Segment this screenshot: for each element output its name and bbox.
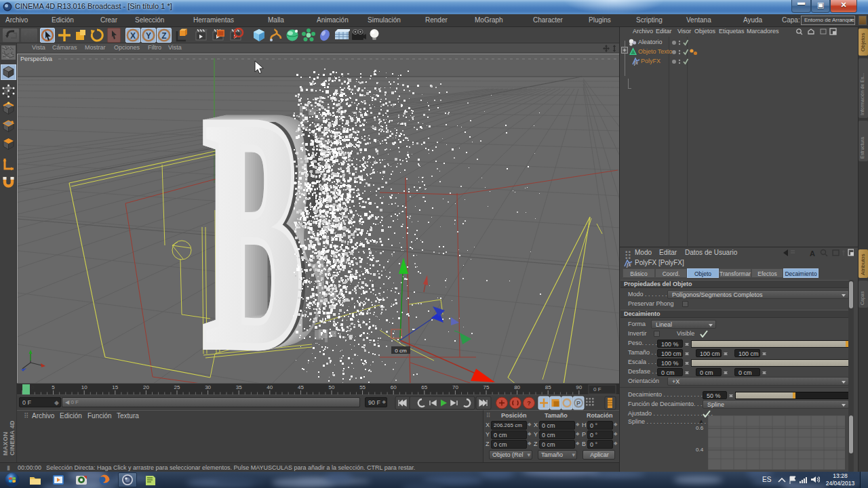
svg-text:45: 45 [298, 384, 304, 390]
svg-text:5: 5 [52, 384, 55, 390]
svg-text:15: 15 [112, 384, 118, 390]
svg-text:70: 70 [452, 384, 458, 390]
svg-text:fx: fx [627, 261, 631, 268]
svg-text:55: 55 [359, 384, 366, 390]
svg-text:30: 30 [205, 384, 211, 390]
svg-text:80: 80 [514, 384, 520, 390]
svg-text:75: 75 [484, 384, 490, 390]
svg-text:90: 90 [576, 384, 582, 390]
svg-text:20: 20 [143, 384, 149, 390]
svg-text:85: 85 [545, 384, 551, 390]
svg-text:65: 65 [421, 384, 427, 390]
svg-text:?: ? [527, 400, 531, 407]
svg-text:A: A [810, 249, 815, 257]
svg-text:35: 35 [236, 384, 242, 390]
svg-text:B: B [204, 54, 303, 384]
svg-text:10: 10 [81, 384, 87, 390]
svg-text:P: P [576, 400, 580, 407]
svg-text:Z: Z [161, 31, 166, 41]
svg-text:0 F: 0 F [593, 386, 601, 392]
svg-text:Y: Y [146, 31, 151, 41]
svg-text:X: X [130, 31, 136, 41]
svg-text:50: 50 [329, 384, 335, 390]
svg-text:0 cm: 0 cm [395, 348, 407, 354]
svg-text:fx: fx [634, 60, 638, 66]
svg-text:60: 60 [391, 384, 397, 390]
svg-text:0: 0 [31, 384, 35, 390]
svg-text:40: 40 [267, 384, 273, 390]
svg-text:25: 25 [174, 384, 180, 390]
